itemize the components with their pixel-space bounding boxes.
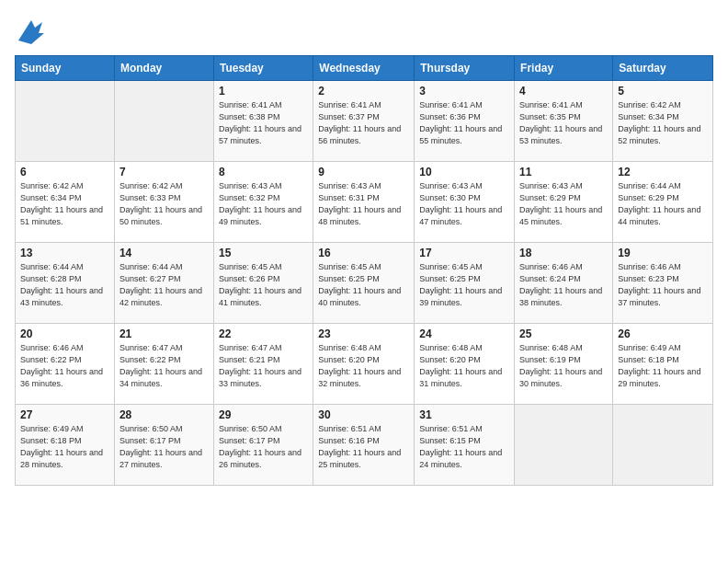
day-detail: Sunrise: 6:43 AMSunset: 6:29 PMDaylight:… bbox=[519, 180, 608, 228]
day-number: 11 bbox=[519, 166, 608, 178]
day-detail: Sunrise: 6:49 AMSunset: 6:18 PMDaylight:… bbox=[20, 423, 109, 471]
calendar-cell: 10Sunrise: 6:43 AMSunset: 6:30 PMDayligh… bbox=[415, 162, 515, 243]
day-detail: Sunrise: 6:45 AMSunset: 6:25 PMDaylight:… bbox=[318, 261, 409, 309]
day-detail: Sunrise: 6:42 AMSunset: 6:33 PMDaylight:… bbox=[119, 180, 209, 228]
day-number: 7 bbox=[119, 166, 209, 178]
calendar-cell: 22Sunrise: 6:47 AMSunset: 6:21 PMDayligh… bbox=[213, 324, 313, 405]
day-number: 9 bbox=[318, 166, 409, 178]
weekday-header-monday: Monday bbox=[114, 56, 213, 81]
day-detail: Sunrise: 6:44 AMSunset: 6:27 PMDaylight:… bbox=[119, 261, 209, 309]
day-number: 23 bbox=[318, 327, 409, 340]
day-detail: Sunrise: 6:42 AMSunset: 6:34 PMDaylight:… bbox=[20, 180, 109, 228]
day-detail: Sunrise: 6:41 AMSunset: 6:37 PMDaylight:… bbox=[318, 99, 409, 147]
calendar-cell: 5Sunrise: 6:42 AMSunset: 6:34 PMDaylight… bbox=[613, 81, 713, 162]
calendar-table: SundayMondayTuesdayWednesdayThursdayFrid… bbox=[15, 55, 713, 486]
calendar-cell: 13Sunrise: 6:44 AMSunset: 6:28 PMDayligh… bbox=[16, 243, 115, 324]
day-number: 1 bbox=[219, 85, 308, 98]
day-detail: Sunrise: 6:50 AMSunset: 6:17 PMDaylight:… bbox=[219, 423, 308, 471]
day-detail: Sunrise: 6:43 AMSunset: 6:30 PMDaylight:… bbox=[419, 180, 509, 228]
day-number: 28 bbox=[119, 408, 209, 421]
day-number: 17 bbox=[419, 247, 509, 259]
calendar-cell bbox=[515, 405, 613, 486]
day-number: 26 bbox=[618, 327, 708, 340]
calendar-cell: 31Sunrise: 6:51 AMSunset: 6:15 PMDayligh… bbox=[415, 405, 515, 486]
calendar-cell: 11Sunrise: 6:43 AMSunset: 6:29 PMDayligh… bbox=[515, 162, 613, 243]
calendar-cell: 24Sunrise: 6:48 AMSunset: 6:20 PMDayligh… bbox=[415, 324, 515, 405]
calendar-cell: 20Sunrise: 6:46 AMSunset: 6:22 PMDayligh… bbox=[16, 324, 115, 405]
day-number: 25 bbox=[519, 327, 608, 340]
day-number: 14 bbox=[119, 247, 209, 259]
calendar-cell bbox=[613, 405, 713, 486]
calendar-cell: 9Sunrise: 6:43 AMSunset: 6:31 PMDaylight… bbox=[313, 162, 415, 243]
calendar-cell: 29Sunrise: 6:50 AMSunset: 6:17 PMDayligh… bbox=[213, 405, 313, 486]
day-number: 27 bbox=[20, 408, 109, 421]
day-number: 2 bbox=[318, 85, 409, 98]
calendar-cell: 26Sunrise: 6:49 AMSunset: 6:18 PMDayligh… bbox=[613, 324, 713, 405]
day-number: 4 bbox=[519, 85, 608, 98]
day-detail: Sunrise: 6:45 AMSunset: 6:25 PMDaylight:… bbox=[419, 261, 509, 309]
day-number: 19 bbox=[618, 247, 708, 259]
calendar-cell: 18Sunrise: 6:46 AMSunset: 6:24 PMDayligh… bbox=[515, 243, 613, 324]
calendar-cell: 23Sunrise: 6:48 AMSunset: 6:20 PMDayligh… bbox=[313, 324, 415, 405]
calendar-cell: 12Sunrise: 6:44 AMSunset: 6:29 PMDayligh… bbox=[613, 162, 713, 243]
calendar-cell: 8Sunrise: 6:43 AMSunset: 6:32 PMDaylight… bbox=[213, 162, 313, 243]
day-detail: Sunrise: 6:48 AMSunset: 6:20 PMDaylight:… bbox=[419, 342, 509, 390]
weekday-header-sunday: Sunday bbox=[16, 56, 115, 81]
day-number: 6 bbox=[20, 166, 109, 178]
day-number: 30 bbox=[318, 408, 409, 421]
day-number: 18 bbox=[519, 247, 608, 259]
weekday-header-friday: Friday bbox=[515, 56, 613, 81]
day-detail: Sunrise: 6:41 AMSunset: 6:36 PMDaylight:… bbox=[419, 99, 509, 147]
day-detail: Sunrise: 6:47 AMSunset: 6:22 PMDaylight:… bbox=[119, 342, 209, 390]
day-number: 24 bbox=[419, 327, 509, 340]
weekday-header-thursday: Thursday bbox=[415, 56, 515, 81]
logo-icon bbox=[15, 15, 48, 48]
calendar-cell: 19Sunrise: 6:46 AMSunset: 6:23 PMDayligh… bbox=[613, 243, 713, 324]
calendar-cell: 21Sunrise: 6:47 AMSunset: 6:22 PMDayligh… bbox=[114, 324, 213, 405]
day-number: 3 bbox=[419, 85, 509, 98]
day-number: 21 bbox=[119, 327, 209, 340]
week-row-5: 27Sunrise: 6:49 AMSunset: 6:18 PMDayligh… bbox=[16, 405, 713, 486]
calendar-cell: 28Sunrise: 6:50 AMSunset: 6:17 PMDayligh… bbox=[114, 405, 213, 486]
day-detail: Sunrise: 6:46 AMSunset: 6:24 PMDaylight:… bbox=[519, 261, 608, 309]
day-number: 15 bbox=[219, 247, 308, 259]
day-number: 22 bbox=[219, 327, 308, 340]
week-row-4: 20Sunrise: 6:46 AMSunset: 6:22 PMDayligh… bbox=[16, 324, 713, 405]
day-detail: Sunrise: 6:41 AMSunset: 6:35 PMDaylight:… bbox=[519, 99, 608, 147]
calendar-cell: 30Sunrise: 6:51 AMSunset: 6:16 PMDayligh… bbox=[313, 405, 415, 486]
day-number: 8 bbox=[219, 166, 308, 178]
weekday-header-saturday: Saturday bbox=[613, 56, 713, 81]
logo bbox=[15, 15, 51, 48]
day-detail: Sunrise: 6:41 AMSunset: 6:38 PMDaylight:… bbox=[219, 99, 308, 147]
day-number: 20 bbox=[20, 327, 109, 340]
calendar-cell bbox=[114, 81, 213, 162]
week-row-2: 6Sunrise: 6:42 AMSunset: 6:34 PMDaylight… bbox=[16, 162, 713, 243]
day-number: 29 bbox=[219, 408, 308, 421]
calendar-cell: 6Sunrise: 6:42 AMSunset: 6:34 PMDaylight… bbox=[16, 162, 115, 243]
day-detail: Sunrise: 6:44 AMSunset: 6:29 PMDaylight:… bbox=[618, 180, 708, 228]
calendar-cell: 4Sunrise: 6:41 AMSunset: 6:35 PMDaylight… bbox=[515, 81, 613, 162]
page-header bbox=[15, 15, 713, 48]
calendar-cell: 14Sunrise: 6:44 AMSunset: 6:27 PMDayligh… bbox=[114, 243, 213, 324]
day-number: 12 bbox=[618, 166, 708, 178]
calendar-cell: 3Sunrise: 6:41 AMSunset: 6:36 PMDaylight… bbox=[415, 81, 515, 162]
weekday-header-wednesday: Wednesday bbox=[313, 56, 415, 81]
calendar-cell: 1Sunrise: 6:41 AMSunset: 6:38 PMDaylight… bbox=[213, 81, 313, 162]
calendar-cell: 16Sunrise: 6:45 AMSunset: 6:25 PMDayligh… bbox=[313, 243, 415, 324]
day-detail: Sunrise: 6:46 AMSunset: 6:22 PMDaylight:… bbox=[20, 342, 109, 390]
week-row-1: 1Sunrise: 6:41 AMSunset: 6:38 PMDaylight… bbox=[16, 81, 713, 162]
day-number: 16 bbox=[318, 247, 409, 259]
day-detail: Sunrise: 6:51 AMSunset: 6:16 PMDaylight:… bbox=[318, 423, 409, 471]
week-row-3: 13Sunrise: 6:44 AMSunset: 6:28 PMDayligh… bbox=[16, 243, 713, 324]
day-detail: Sunrise: 6:48 AMSunset: 6:20 PMDaylight:… bbox=[318, 342, 409, 390]
calendar-cell bbox=[16, 81, 115, 162]
day-number: 10 bbox=[419, 166, 509, 178]
day-detail: Sunrise: 6:47 AMSunset: 6:21 PMDaylight:… bbox=[219, 342, 308, 390]
calendar-cell: 27Sunrise: 6:49 AMSunset: 6:18 PMDayligh… bbox=[16, 405, 115, 486]
calendar-cell: 2Sunrise: 6:41 AMSunset: 6:37 PMDaylight… bbox=[313, 81, 415, 162]
day-detail: Sunrise: 6:43 AMSunset: 6:32 PMDaylight:… bbox=[219, 180, 308, 228]
day-detail: Sunrise: 6:46 AMSunset: 6:23 PMDaylight:… bbox=[618, 261, 708, 309]
day-number: 13 bbox=[20, 247, 109, 259]
calendar-cell: 15Sunrise: 6:45 AMSunset: 6:26 PMDayligh… bbox=[213, 243, 313, 324]
weekday-header-row: SundayMondayTuesdayWednesdayThursdayFrid… bbox=[16, 56, 713, 81]
